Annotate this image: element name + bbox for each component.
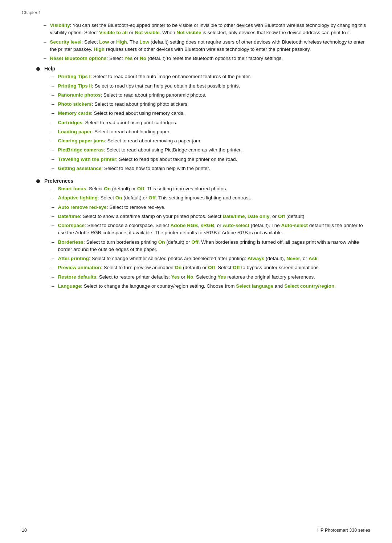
term-getting-assistance: Getting assistance [58,166,102,171]
dash-symbol: – [44,55,46,62]
term-printing-tips-2: Printing Tips II [58,83,92,89]
dash-item-preview-animation: – Preview animation: Select to turn prev… [44,264,370,271]
term-printing-tips-1: Printing Tips I [58,74,91,79]
h-on: On [104,186,111,191]
term-loading-paper: Loading paper [58,129,92,134]
footer: 10 HP Photosmart 330 series [22,528,370,533]
highlight-not-visible: Not visible [135,30,159,35]
dash-text-photo-stickers: Photo stickers: Select to read about pri… [58,101,370,108]
h-yes3: Yes [217,274,226,280]
h-ask: Ask [309,256,318,261]
dash-text-smart-focus: Smart focus: Select On (default) or Off.… [58,185,370,193]
h-always: Always [248,256,265,261]
dash-text-memory-cards: Memory cards: Select to read about using… [58,110,370,117]
bullet-dot-help [36,67,40,71]
bullet-item-help-content: Help – Printing Tips I: Select to read a… [44,66,370,176]
dash-item-clearing-paper-jams: – Clearing paper jams: Select to read ab… [44,137,370,145]
term-clearing-paper-jams: Clearing paper jams [58,138,105,143]
h-off5: Off [208,265,215,270]
bullet-item-help: Help – Printing Tips I: Select to read a… [36,66,370,176]
term-preview-animation: Preview animation [58,265,101,270]
dash-symbol: – [52,128,54,135]
dash-symbol: – [52,146,54,154]
term-photo-stickers: Photo stickers [58,101,92,107]
h-off: Off [137,186,144,191]
term-cartridges: Cartridges [58,120,83,125]
dash-text-restore-defaults: Restore defaults: Select to restore prin… [58,273,370,281]
h-select-language: Select language [236,283,273,289]
footer-brand: HP Photosmart 330 series [317,528,370,533]
chapter-label: Chapter 1 [22,10,370,15]
h-datetime: Date/time [223,214,245,219]
dash-symbol: – [52,222,54,229]
highlight-low: Low [99,39,109,45]
dash-item-datetime: – Date/time: Select to show a date/time … [44,213,370,220]
highlight-not-visible2: Not visible [176,30,201,35]
dash-text-panoramic: Panoramic photos: Select to read about p… [58,92,370,99]
h-adobe-rgb: Adobe RGB [170,223,198,228]
dash-text-visibility: Visibility: You can set the Bluetooth-eq… [50,22,370,37]
dash-symbol: – [52,92,54,99]
dash-text-colorspace: Colorspace: Select to choose a colorspac… [58,222,370,237]
h-on3: On [158,239,165,245]
dash-text-traveling: Traveling with the printer: Select to re… [58,156,370,163]
h-never: Never [286,256,300,261]
h-on2: On [115,195,122,200]
term-borderless: Borderless [58,239,84,245]
dash-text-printing-tips-2: Printing Tips II: Select to read tips th… [58,82,370,90]
dash-symbol: – [52,204,54,211]
highlight-yes: Yes [124,56,132,61]
preferences-label: Preferences [44,178,73,184]
dash-item-pictbridge: – PictBridge cameras: Select to read abo… [44,146,370,154]
h-off6: Off [233,265,240,270]
help-dash-list: – Printing Tips I: Select to read about … [44,73,370,172]
dash-text-auto-red-eye: Auto remove red-eye: Select to remove re… [58,204,370,211]
dash-item-photo-stickers: – Photo stickers: Select to read about p… [44,101,370,108]
highlight-high2: High [94,46,105,52]
h-auto-select2: Auto-select [281,223,308,228]
dash-text-pictbridge: PictBridge cameras: Select to read about… [58,146,370,154]
dash-item-security: – Security level: Select Low or High. Th… [36,39,370,53]
highlight-low2: Low [139,39,149,45]
dash-symbol: – [52,264,54,271]
bullet-item-preferences: Preferences – Smart focus: Select On (de… [36,178,370,293]
h-off2: Off [148,195,156,200]
term-security-level: Security level [50,39,82,45]
dash-text-cartridges: Cartridges: Select to read about using p… [58,119,370,126]
dash-text-preview-animation: Preview animation: Select to turn previe… [58,264,370,271]
footer-page-number: 10 [22,528,27,533]
dash-symbol: – [52,213,54,220]
dash-symbol: – [52,185,54,193]
dash-item-cartridges: – Cartridges: Select to read about using… [44,119,370,126]
term-language: Language [58,283,81,289]
dash-item-language: – Language: Select to change the languag… [44,283,370,290]
dash-item-memory-cards: – Memory cards: Select to read about usi… [44,110,370,117]
dash-item-panoramic: – Panoramic photos: Select to read about… [44,92,370,99]
dash-symbol: – [52,255,54,262]
dash-text-loading-paper: Loading paper: Select to read about load… [58,128,370,135]
dash-symbol: – [52,194,54,202]
dash-symbol: – [52,239,54,246]
dash-symbol: – [52,273,54,281]
term-after-printing: After printing [58,256,89,261]
dash-item-borderless: – Borderless: Select to turn borderless … [44,239,370,254]
h-select-country: Select country/region [284,283,334,289]
dash-symbol: – [52,73,54,80]
dash-text-getting-assistance: Getting assistance: Select to read how t… [58,165,370,172]
dash-text-reset: Reset Bluetooth options: Select Yes or N… [50,55,370,62]
dash-symbol: – [52,283,54,290]
dash-symbol: – [52,82,54,90]
dash-text-printing-tips-1: Printing Tips I: Select to read about th… [58,73,370,80]
term-panoramic: Panoramic photos [58,92,101,98]
help-bullet-list: Help – Printing Tips I: Select to read a… [36,66,370,293]
term-colorspace: Colorspace [58,223,85,228]
term-memory-cards: Memory cards [58,110,91,116]
dash-item-restore-defaults: – Restore defaults: Select to restore pr… [44,273,370,281]
term-pictbridge: PictBridge cameras [58,147,104,153]
h-srgb: sRGB [201,223,215,228]
dash-item-reset: – Reset Bluetooth options: Select Yes or… [36,55,370,62]
dash-text-language: Language: Select to change the language … [58,283,370,290]
h-dateonly: Date only [248,214,270,219]
highlight-visible-to-all: Visible to all [99,30,128,35]
term-datetime: Date/time [58,214,80,219]
